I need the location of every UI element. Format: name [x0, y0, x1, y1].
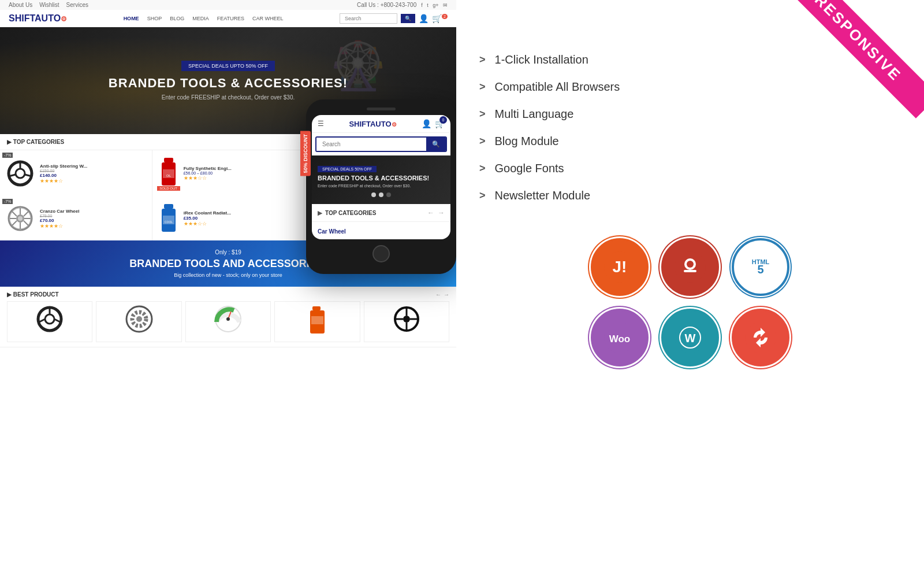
product-name-5: iRex Coolant Radiat...: [184, 210, 231, 216]
phone-cart-badge: 0: [439, 116, 447, 124]
svg-point-41: [136, 316, 142, 322]
dot-3[interactable]: [386, 192, 391, 197]
icon-woo: Woo: [591, 309, 649, 366]
nav-user-icon[interactable]: 👤: [419, 14, 429, 23]
nav-cart-icon[interactable]: 🛒2: [432, 14, 448, 23]
svg-point-1: [16, 169, 25, 178]
svg-line-38: [54, 319, 60, 322]
phone-cart-area[interactable]: 🛒 0: [435, 118, 445, 129]
shop-logo: SHIFTAUTO⚙: [9, 13, 67, 24]
svg-rect-47: [311, 316, 323, 324]
phone-menu-icon[interactable]: ☰: [318, 120, 324, 128]
phone-carwheel-text[interactable]: Car Wheel: [318, 228, 346, 235]
best-next[interactable]: →: [444, 291, 449, 298]
dot-2[interactable]: [379, 192, 383, 197]
topbar-right: Call Us : +800-243-700 f t g+ ✉: [357, 2, 448, 8]
feature-5: Google Fonts: [479, 155, 901, 182]
product-name-1: Anti-slip Steering W...: [40, 164, 87, 169]
categories-mobile-row: ▶ TOP CATEGORIES Car Wheel Motor Oil Car…: [0, 134, 456, 347]
woo-logo: Woo: [604, 322, 636, 354]
phone-carwheel-link[interactable]: Car Wheel: [312, 222, 450, 239]
svg-text:5: 5: [757, 263, 763, 276]
shop-topbar: About Us Wishlist Services Call Us : +80…: [0, 0, 456, 10]
phone-speaker: [312, 108, 450, 110]
product-card-5[interactable]: COOL iRex Coolant Radiat... £35.00 ★★★☆☆: [152, 197, 304, 240]
product-oldprice-2: £56.00 – £80.00: [184, 171, 232, 175]
product-stars-5: ★★★☆☆: [184, 221, 231, 227]
topbar-services[interactable]: Services: [66, 2, 88, 8]
svg-point-18: [18, 216, 23, 221]
best-products-grid: [7, 301, 449, 342]
phone-hero: SPECIAL DEALS 50% OFF BRANDED TOOLS & AC…: [312, 155, 450, 204]
best-product-3[interactable]: [185, 301, 271, 342]
feature-4: Blog Module: [479, 128, 901, 155]
svg-text:Woo: Woo: [609, 334, 630, 344]
nav-media[interactable]: MEDIA: [192, 16, 209, 21]
svg-rect-59: [684, 270, 696, 272]
product-name-4: Cranzo Car Wheel: [40, 209, 79, 214]
svg-point-49: [403, 316, 410, 323]
joomla-logo: J!: [604, 251, 636, 283]
phone-cat-next[interactable]: →: [438, 209, 445, 217]
phone-home-button[interactable]: [312, 245, 450, 262]
sold-out-badge: SOLD OUT: [157, 186, 180, 191]
coolant-icon: COOL: [157, 201, 180, 236]
nav-shop[interactable]: SHOP: [147, 16, 162, 21]
best-product-section: ▶ BEST PRODUCT ← →: [0, 287, 456, 347]
nav-search-button[interactable]: 🔍: [401, 14, 415, 23]
social-icons: f t g+ ✉: [421, 2, 448, 8]
tech-icons-grid: J! HTML 5: [479, 238, 901, 366]
phone-search-bar: 🔍: [315, 136, 447, 152]
nav-search-area: 🔍 👤 🛒2: [340, 13, 448, 24]
product-img-2: OIL SOLD OUT: [157, 155, 180, 192]
nav-search-input[interactable]: [340, 13, 397, 24]
phone-cat-arrows: ← →: [427, 209, 445, 217]
dot-1[interactable]: [371, 192, 376, 197]
product-card-1[interactable]: -7% Anti-slip Steering W... £150.00: [0, 150, 152, 197]
nav-features[interactable]: FEATURES: [217, 16, 244, 21]
phone-cat-prev[interactable]: ←: [427, 209, 434, 217]
icon-joomla: J!: [591, 238, 649, 296]
svg-point-68: [745, 322, 776, 353]
product-card-4[interactable]: -7%: [0, 197, 152, 240]
left-panel: About Us Wishlist Services Call Us : +80…: [0, 0, 456, 578]
product-card-2[interactable]: OIL SOLD OUT Fully Synthetic Engi... £56…: [152, 150, 304, 197]
best-product-2[interactable]: [96, 301, 181, 342]
topbar-wishlist[interactable]: Wishlist: [39, 2, 59, 8]
product-price-1: £140.00: [40, 173, 87, 178]
phone-cat-chevron: ▶: [318, 209, 322, 217]
product-info-1: Anti-slip Steering W... £150.00 £140.00 …: [40, 164, 87, 184]
chrome-wheel-icon: [5, 204, 36, 233]
svg-point-58: [687, 261, 694, 268]
phone-logo: SHIFTAUTO⚙: [349, 120, 396, 128]
best-product-5[interactable]: [364, 301, 449, 342]
phone-categories-title: TOP CATEGORIES: [325, 210, 376, 216]
best-product-4[interactable]: [274, 301, 360, 342]
topbar-phone: Call Us : +800-243-700: [357, 2, 416, 8]
phone-frame: ☰ SHIFTAUTO⚙ 👤 🛒 0: [306, 99, 456, 274]
phone-cat-label: ▶ TOP CATEGORIES: [318, 209, 376, 217]
svg-text:J!: J!: [612, 258, 627, 276]
svg-line-25: [24, 212, 28, 216]
best-product-nav: ← →: [435, 291, 449, 298]
svg-text:COOL: COOL: [165, 220, 173, 224]
phone-search-button[interactable]: 🔍: [426, 138, 446, 151]
best-steering-icon: [35, 305, 64, 334]
best-product-1[interactable]: [7, 301, 92, 342]
phone-user-icon[interactable]: 👤: [422, 119, 431, 128]
svg-rect-27: [164, 204, 173, 209]
prestashop-logo: [675, 251, 706, 283]
svg-line-37: [39, 319, 45, 322]
nav-carwheel[interactable]: CAR WHEEL: [252, 16, 284, 21]
product-info-5: iRex Coolant Radiat... £35.00 ★★★☆☆: [184, 210, 231, 227]
nav-home[interactable]: HOME: [124, 16, 139, 21]
phone-search-input[interactable]: [316, 138, 426, 151]
nav-links: HOME SHOP BLOG MEDIA FEATURES CAR WHEEL: [124, 16, 284, 21]
topbar-about[interactable]: About Us: [9, 2, 32, 8]
best-brake-icon: [125, 305, 154, 334]
icon-sync: [732, 309, 789, 366]
right-panel: RESPONSIVE 1-Click Installation Compatib…: [456, 0, 924, 578]
icon-prestashop: [661, 238, 719, 296]
nav-blog[interactable]: BLOG: [170, 16, 184, 21]
best-prev[interactable]: ←: [435, 291, 441, 298]
